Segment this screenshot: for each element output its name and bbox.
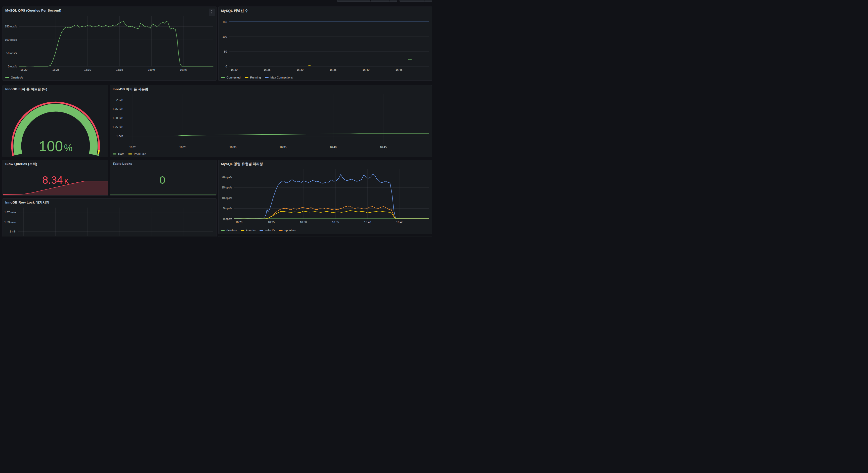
panel-title[interactable]: MySQL 명령 유형별 처리량 — [221, 162, 422, 166]
legend-swatch — [5, 77, 9, 78]
legend-item[interactable]: Pool Size — [128, 152, 146, 155]
svg-text:16:40: 16:40 — [330, 146, 337, 149]
svg-text:0: 0 — [225, 65, 227, 68]
command-throughput-chart[interactable]: 16:2016:2516:3016:3516:4016:450 ops/s5 o… — [218, 167, 432, 226]
legend-item[interactable]: Running — [245, 76, 261, 79]
command-throughput-legend: delete/sinsert/sselect/supdate/s — [221, 229, 296, 232]
panel-title[interactable]: Table Locks — [113, 162, 206, 166]
svg-text:16:35: 16:35 — [116, 68, 123, 71]
kebab-dot — [212, 10, 213, 11]
svg-text:1.25 GiB: 1.25 GiB — [113, 125, 123, 128]
legend-item[interactable]: delete/s — [221, 229, 237, 232]
buffer-pool-usage-legend: DataPool Size — [113, 152, 146, 155]
legend-swatch — [221, 77, 225, 78]
svg-text:16:30: 16:30 — [229, 146, 237, 149]
svg-text:1.67 mins: 1.67 mins — [4, 211, 17, 214]
svg-text:5 ops/s: 5 ops/s — [223, 207, 232, 210]
svg-text:16:20: 16:20 — [20, 68, 27, 71]
svg-text:10 ops/s: 10 ops/s — [221, 197, 232, 200]
svg-text:1.33 mins: 1.33 mins — [4, 220, 17, 224]
svg-text:16:45: 16:45 — [396, 68, 403, 71]
svg-text:0 ops/s: 0 ops/s — [223, 217, 232, 220]
svg-text:16:20: 16:20 — [236, 220, 243, 224]
legend-swatch — [113, 153, 117, 154]
panel-mysql-connections: MySQL 커넥션 수 16:2016:2516:3016:3516:4016:… — [218, 6, 432, 81]
svg-text:16:25: 16:25 — [268, 220, 275, 224]
toolbar-divider — [370, 0, 371, 1]
svg-text:50: 50 — [224, 50, 227, 53]
slow-queries-value: 8.34K — [42, 174, 69, 186]
svg-text:15 ops/s: 15 ops/s — [221, 186, 232, 189]
svg-text:16:40: 16:40 — [148, 68, 155, 71]
panel-title[interactable]: MySQL 커넥션 수 — [221, 8, 422, 13]
legend-label: delete/s — [226, 229, 237, 232]
svg-text:16:35: 16:35 — [332, 220, 339, 224]
svg-text:1.50 GiB: 1.50 GiB — [113, 117, 123, 119]
svg-text:150: 150 — [222, 20, 227, 23]
legend-item[interactable]: Connected — [221, 76, 241, 79]
qps-chart[interactable]: 16:2016:2516:3016:3516:4016:450 ops/s50 … — [3, 14, 216, 73]
svg-text:16:40: 16:40 — [363, 68, 370, 71]
legend-label: Queries/s — [11, 76, 23, 79]
legend-swatch — [279, 230, 283, 231]
panel-title[interactable]: MySQL QPS (Queries Per Second) — [5, 8, 206, 12]
legend-item[interactable]: update/s — [279, 229, 296, 232]
buffer-pool-usage-chart[interactable]: 16:2016:2516:3016:3516:4016:451 GiB1.25 … — [110, 92, 432, 150]
toolbar-divider — [389, 0, 390, 1]
connections-legend: ConnectedRunningMax Connections — [221, 76, 293, 79]
svg-text:150 ops/s: 150 ops/s — [5, 25, 17, 28]
svg-text:20 ops/s: 20 ops/s — [221, 176, 232, 179]
svg-text:1 min: 1 min — [9, 230, 17, 233]
svg-text:100: 100 — [222, 35, 227, 38]
legend-label: Connected — [226, 76, 241, 79]
svg-text:100%: 100% — [39, 138, 73, 154]
panel-title[interactable]: InnoDB 버퍼 풀 히트율 (%) — [5, 87, 98, 92]
panel-buffer-pool-usage: InnoDB 버퍼 풀 사용량 16:2016:2516:3016:3516:4… — [110, 85, 432, 157]
legend-label: select/s — [265, 229, 275, 232]
panel-command-throughput: MySQL 명령 유형별 처리량 16:2016:2516:3016:3516:… — [218, 160, 432, 234]
legend-swatch — [241, 230, 244, 231]
svg-text:1 GiB: 1 GiB — [116, 135, 123, 138]
next-panel-sliver — [218, 236, 432, 237]
svg-text:2 GiB: 2 GiB — [116, 98, 123, 101]
panel-slow-queries: Slow Queries (누적) 8.34K — [2, 160, 108, 196]
svg-text:50 ops/s: 50 ops/s — [6, 52, 17, 55]
connections-chart[interactable]: 16:2016:2516:3016:3516:4016:45050100150 — [218, 14, 432, 73]
svg-text:16:45: 16:45 — [380, 146, 387, 149]
time-range-picker-fragment[interactable] — [337, 0, 397, 2]
legend-label: update/s — [284, 229, 296, 232]
legend-item[interactable]: Data — [113, 152, 124, 155]
legend-swatch — [221, 230, 225, 231]
refresh-control-fragment[interactable] — [400, 0, 432, 2]
svg-text:100 ops/s: 100 ops/s — [5, 38, 17, 41]
legend-swatch — [265, 77, 269, 78]
row-lock-wait-chart[interactable]: 1 min1.33 mins1.67 mins — [3, 206, 216, 237]
panel-title[interactable]: InnoDB 버퍼 풀 사용량 — [113, 87, 422, 92]
legend-item[interactable]: Max Connections — [265, 76, 293, 79]
panel-title[interactable]: Slow Queries (누적) — [5, 162, 98, 166]
kebab-dot — [212, 12, 213, 13]
panel-title[interactable]: InnoDB Row Lock 대기시간 — [5, 200, 206, 205]
svg-text:16:35: 16:35 — [330, 68, 337, 71]
svg-text:16:25: 16:25 — [264, 68, 271, 71]
svg-text:16:30: 16:30 — [300, 220, 307, 224]
legend-label: Data — [118, 152, 124, 155]
toolbar-divider — [424, 0, 425, 1]
grafana-dashboard: MySQL QPS (Queries Per Second) 16:2016:2… — [0, 0, 434, 237]
svg-text:16:30: 16:30 — [297, 68, 304, 71]
svg-text:16:45: 16:45 — [180, 68, 187, 71]
legend-item[interactable]: insert/s — [241, 229, 255, 232]
legend-item[interactable]: Queries/s — [5, 76, 23, 79]
legend-item[interactable]: select/s — [259, 229, 275, 232]
svg-text:0 ops/s: 0 ops/s — [8, 65, 17, 68]
legend-label: Pool Size — [134, 152, 146, 155]
svg-text:16:35: 16:35 — [280, 146, 287, 149]
svg-text:16:20: 16:20 — [129, 146, 136, 149]
panel-table-locks: Table Locks 0 — [110, 160, 217, 196]
panel-row-lock-wait: InnoDB Row Lock 대기시간 1 min1.33 mins1.67 … — [2, 198, 217, 237]
legend-swatch — [128, 153, 132, 154]
panel-mysql-qps: MySQL QPS (Queries Per Second) 16:2016:2… — [2, 6, 217, 81]
svg-text:16:25: 16:25 — [180, 146, 187, 149]
legend-label: insert/s — [246, 229, 255, 232]
table-locks-value: 0 — [159, 174, 167, 186]
